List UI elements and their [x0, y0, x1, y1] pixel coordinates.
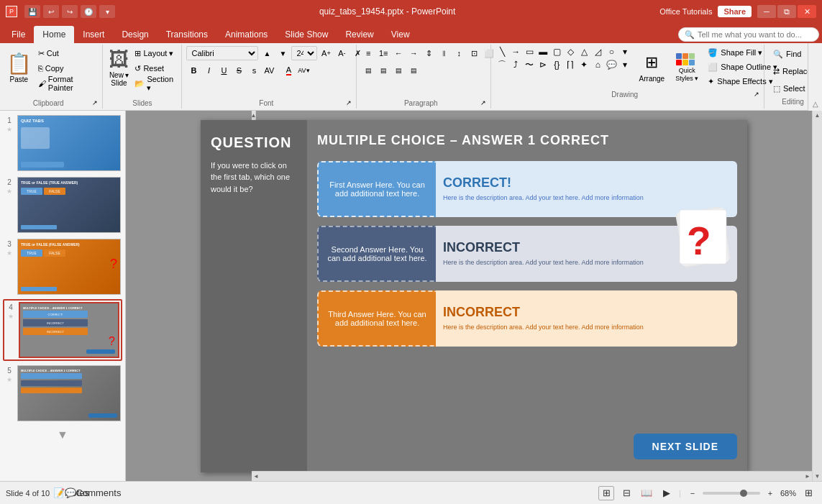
slide-sorter-button[interactable]: ⊟ — [618, 486, 634, 500]
slide-thumbnail-3[interactable]: 3 ★ TRUE or FALSE (FALSE ANSWER) TRUE FA… — [3, 237, 122, 296]
reading-view-button[interactable]: 📖 — [639, 486, 654, 500]
shape-right-triangle[interactable]: ◿ — [591, 46, 604, 58]
restore-button[interactable]: ⧉ — [777, 5, 796, 18]
tab-insert[interactable]: Insert — [74, 26, 113, 43]
tab-view[interactable]: View — [383, 26, 419, 43]
shape-rect[interactable]: ▭ — [523, 46, 536, 58]
font-increase-button[interactable]: ▲ — [260, 46, 274, 60]
shape-roundrect[interactable]: ▢ — [550, 46, 563, 58]
shape-brace[interactable]: ⌈⌉ — [564, 59, 577, 70]
font-decrease-button[interactable]: ▼ — [275, 46, 290, 60]
shape-diamond[interactable]: ◇ — [564, 46, 577, 58]
numbered-list-button[interactable]: 1≡ — [376, 46, 391, 60]
bold-button[interactable]: B — [186, 63, 201, 78]
zoom-out-button[interactable]: − — [685, 486, 700, 500]
underline-button[interactable]: U — [216, 63, 231, 78]
shape-rect2[interactable]: ▬ — [536, 46, 549, 58]
slide-thumbnail-5[interactable]: 5 ★ MULTIPLE CHOICE – ANSWER 2 CORRECT — [3, 364, 122, 423]
comments-button[interactable]: 💬 Comments — [85, 486, 101, 500]
char-spacing-button[interactable]: AV — [262, 63, 276, 78]
normal-view-button[interactable]: ⊞ — [598, 486, 614, 500]
shape-expand2[interactable]: ▾ — [618, 59, 631, 70]
office-tutorials-link[interactable]: Office Tutorials — [659, 7, 712, 16]
close-button[interactable]: ✕ — [798, 5, 816, 18]
shadow-button[interactable]: s — [247, 63, 261, 78]
paste-button[interactable]: 📋 Paste — [4, 46, 34, 89]
quick-styles-button[interactable]: Quick Styles ▾ — [672, 46, 702, 89]
strikethrough-button[interactable]: S — [232, 63, 246, 78]
slide-thumbnail-1[interactable]: 1 ★ QUIZ TABS — [3, 114, 122, 173]
increase-indent-button[interactable]: → — [406, 46, 421, 60]
slide-thumbnail-2[interactable]: 2 ★ TRUE or FALSE (TRUE ANSWER) TRUE FAL… — [3, 175, 122, 234]
shape-bracket[interactable]: {} — [550, 59, 563, 70]
columns-button[interactable]: ⦀ — [437, 46, 451, 60]
autosave-button[interactable]: 🕐 — [81, 5, 96, 18]
shape-expand[interactable]: ▾ — [618, 46, 631, 58]
align-left-button[interactable]: ▤ — [361, 63, 375, 78]
font-color-button[interactable]: A — [281, 63, 296, 78]
font-expand-icon[interactable]: ↗ — [346, 99, 352, 106]
shape-scribble[interactable]: 〜 — [523, 59, 536, 70]
next-slide-button[interactable]: NEXT SLIDE — [634, 434, 737, 459]
arrange-button[interactable]: ⊞ Arrange — [634, 46, 669, 89]
bottom-scrollbar[interactable]: ◄ ► — [252, 471, 812, 481]
save-button[interactable]: 💾 — [24, 5, 40, 18]
shape-line[interactable]: ╲ — [496, 46, 508, 58]
text-direction-button[interactable]: ↕ — [452, 46, 466, 60]
shape-ellipse[interactable]: ○ — [605, 46, 618, 58]
shape-callout[interactable]: 💬 — [605, 59, 618, 70]
tab-animations[interactable]: Animations — [216, 26, 276, 43]
scroll-up-arrow[interactable]: ▲ — [815, 112, 821, 119]
reset-button[interactable]: ↺ Reset — [132, 61, 177, 75]
shape-banner[interactable]: ⌂ — [591, 59, 604, 70]
new-slide-button[interactable]: 🖼 New ▾ Slide — [107, 46, 130, 88]
shape-freeform[interactable]: ⤴ — [509, 59, 522, 70]
italic-button[interactable]: I — [201, 63, 216, 78]
text-highlight-button[interactable]: AV▾ — [296, 63, 311, 78]
search-input[interactable] — [698, 30, 813, 39]
slide-show-button[interactable]: ▶ — [659, 486, 675, 500]
slide-thumbnail-4[interactable]: 4 ★ MULTIPLE CHOICE – ANSWER 1 CORRECT C… — [3, 299, 122, 361]
share-button[interactable]: Share — [718, 6, 752, 17]
redo-button[interactable]: ↪ — [62, 5, 78, 18]
drawing-expand-icon[interactable]: ↗ — [754, 91, 759, 98]
customize-qat-button[interactable]: ▾ — [99, 5, 115, 18]
format-painter-button[interactable]: 🖌 Format Painter — [35, 76, 99, 91]
layout-button[interactable]: ⊞ Layout ▾ — [132, 46, 177, 60]
align-text-button[interactable]: ⊡ — [467, 46, 481, 60]
line-spacing-button[interactable]: ⇕ — [421, 46, 436, 60]
fit-to-window-button[interactable]: ⊞ — [800, 486, 816, 500]
font-size-select[interactable]: 24 — [291, 46, 317, 60]
shape-triangle[interactable]: △ — [577, 46, 590, 58]
decrease-font-size-button[interactable]: A- — [334, 46, 349, 60]
shape-star[interactable]: ✦ — [577, 59, 590, 70]
tab-home[interactable]: Home — [34, 26, 74, 43]
copy-button[interactable]: ⎘ Copy — [35, 61, 99, 75]
scroll-down-arrow[interactable]: ▼ — [815, 473, 821, 480]
zoom-in-button[interactable]: + — [763, 486, 777, 500]
shape-curve[interactable]: ⌒ — [496, 59, 508, 70]
zoom-slider[interactable] — [703, 492, 760, 495]
tab-design[interactable]: Design — [113, 26, 157, 43]
paragraph-expand-icon[interactable]: ↗ — [480, 99, 486, 106]
font-name-select[interactable]: Calibri — [186, 46, 258, 60]
tab-file[interactable]: File — [3, 26, 34, 43]
increase-font-size-button[interactable]: A+ — [319, 46, 333, 60]
cut-button[interactable]: ✂ Cut — [35, 46, 99, 60]
scroll-left-arrow[interactable]: ◄ — [252, 473, 260, 480]
right-scrollbar[interactable]: ▲ ▼ — [812, 111, 822, 481]
decrease-indent-button[interactable]: ← — [391, 46, 406, 60]
scroll-right-arrow[interactable]: ► — [803, 473, 812, 480]
bullets-button[interactable]: ≡ — [361, 46, 375, 60]
shape-arrow[interactable]: → — [509, 46, 522, 58]
undo-button[interactable]: ↩ — [43, 5, 59, 18]
align-center-button[interactable]: ▤ — [376, 63, 391, 78]
tab-transitions[interactable]: Transitions — [157, 26, 216, 43]
section-button[interactable]: 📂 Section ▾ — [132, 76, 177, 91]
scroll-up-icon[interactable]: ▲ — [251, 112, 257, 119]
tab-review[interactable]: Review — [337, 26, 382, 43]
minimize-button[interactable]: ─ — [757, 5, 776, 18]
align-right-button[interactable]: ▤ — [391, 63, 406, 78]
clipboard-expand-icon[interactable]: ↗ — [92, 99, 98, 106]
ribbon-collapse-button[interactable]: △ — [808, 43, 822, 111]
